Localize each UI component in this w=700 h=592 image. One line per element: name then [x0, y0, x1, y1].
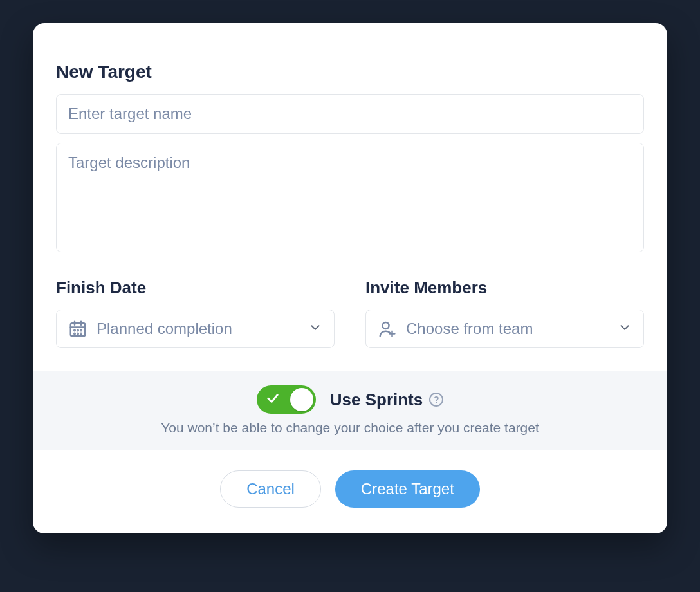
svg-point-10: [383, 322, 389, 329]
finish-date-placeholder: Planned completion: [97, 320, 299, 338]
use-sprints-band: Use Sprints ? You won’t be able to chang…: [33, 371, 667, 450]
use-sprints-note: You won’t be able to change your choice …: [56, 420, 644, 436]
svg-point-6: [80, 330, 82, 331]
invite-members-select[interactable]: Choose from team: [365, 310, 644, 348]
calendar-icon: [68, 319, 88, 338]
help-icon[interactable]: ?: [429, 393, 443, 407]
finish-date-label: Finish Date: [56, 278, 335, 298]
modal-footer: Cancel Create Target: [33, 450, 667, 533]
toggle-knob: [290, 388, 313, 411]
svg-point-8: [77, 333, 78, 335]
use-sprints-toggle[interactable]: [257, 385, 316, 414]
svg-point-7: [74, 333, 75, 335]
cancel-button[interactable]: Cancel: [220, 470, 321, 508]
create-target-button[interactable]: Create Target: [335, 470, 480, 508]
target-name-input[interactable]: [56, 94, 644, 134]
target-description-textarea[interactable]: [56, 143, 644, 252]
invite-members-placeholder: Choose from team: [406, 320, 609, 338]
chevron-down-icon: [308, 320, 322, 337]
check-icon: [266, 391, 280, 408]
use-sprints-label: Use Sprints: [330, 390, 423, 410]
chevron-down-icon: [618, 320, 632, 337]
modal-title: New Target: [56, 62, 644, 82]
invite-members-label: Invite Members: [365, 278, 644, 298]
finish-date-select[interactable]: Planned completion: [56, 310, 335, 348]
svg-point-5: [77, 330, 78, 331]
svg-point-4: [74, 330, 75, 331]
person-add-icon: [378, 319, 397, 338]
svg-point-9: [80, 333, 82, 335]
new-target-modal: New Target Finish Date: [33, 23, 667, 533]
